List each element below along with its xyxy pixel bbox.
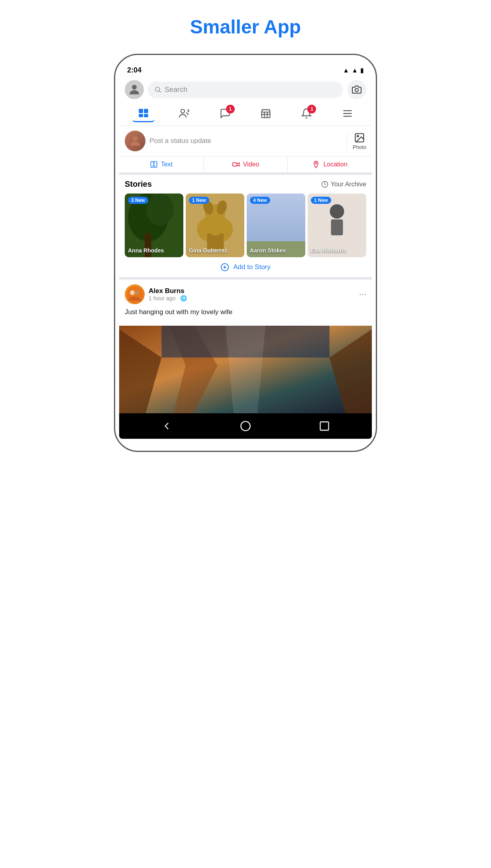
story-card-anna[interactable]: 3 New Anna Rhodes	[125, 194, 183, 257]
location-action[interactable]: Location	[288, 156, 372, 172]
status-icons: ▲ ▲ ▮	[343, 66, 364, 74]
home-icon	[240, 420, 251, 432]
photo-button[interactable]: Photo	[353, 132, 366, 150]
search-bar[interactable]: Search	[148, 82, 343, 98]
svg-rect-9	[262, 112, 270, 118]
back-icon	[161, 420, 172, 432]
user-post-avatar	[125, 131, 145, 151]
story-badge-gina: 1 New	[189, 197, 209, 204]
svg-point-13	[133, 136, 137, 141]
svg-point-3	[355, 88, 358, 92]
nav-marketplace[interactable]	[255, 105, 277, 122]
nav-notifications[interactable]: 1	[295, 105, 318, 122]
svg-point-8	[181, 109, 185, 113]
bottom-nav	[119, 413, 372, 439]
story-name-aaron: Aaron Stokes	[250, 247, 286, 254]
story-card-aaron[interactable]: 4 New Aaron Stokes	[247, 194, 305, 257]
nav-menu[interactable]	[336, 105, 359, 122]
top-nav: Search	[119, 78, 372, 102]
post-more-button[interactable]: ···	[359, 289, 366, 299]
camera-button[interactable]	[347, 80, 366, 99]
archive-icon	[321, 181, 328, 188]
nav-friends[interactable]	[173, 105, 195, 122]
post-privacy-icon: 🌐	[180, 295, 187, 301]
story-badge-aaron: 4 New	[250, 197, 270, 204]
text-action[interactable]: Text	[119, 156, 204, 172]
svg-point-15	[357, 135, 359, 137]
photo-icon	[354, 132, 365, 143]
post-status-area: Post a status update Photo	[119, 126, 372, 156]
add-story-button[interactable]: Add to Story	[119, 257, 372, 280]
nav-icons-bar: 1 1	[119, 102, 372, 126]
battery-icon: ▮	[360, 66, 364, 74]
stories-title: Stories	[125, 180, 152, 189]
post-status-input[interactable]: Post a status update	[149, 137, 341, 145]
location-label: Location	[323, 161, 348, 168]
feed-icon	[138, 108, 149, 119]
post-author-avatar-image	[127, 286, 143, 302]
svg-rect-37	[331, 219, 343, 235]
user-avatar-icon	[128, 134, 142, 148]
friends-icon	[179, 108, 190, 119]
add-story-icon	[220, 263, 229, 272]
stories-section: Stories Your Archive	[119, 175, 372, 257]
video-label: Video	[243, 161, 259, 168]
menu-icon	[342, 108, 353, 119]
search-placeholder: Search	[165, 86, 187, 94]
stories-grid: 3 New Anna Rhodes	[125, 194, 366, 257]
post-image-visual	[119, 326, 372, 413]
status-time: 2:04	[127, 66, 141, 74]
post-user-details: Alex Burns 1 hour ago · 🌐	[149, 287, 187, 301]
story-card-gina[interactable]: 1 New Gina Gutierrez	[186, 194, 244, 257]
add-story-label: Add to Story	[233, 263, 271, 271]
svg-rect-7	[144, 114, 148, 117]
recents-button[interactable]	[317, 419, 332, 433]
app-title: Smaller App	[190, 16, 301, 38]
text-icon	[150, 160, 158, 168]
post-actions-bar: Text Video Location	[119, 156, 372, 175]
camera-icon	[352, 85, 361, 94]
user-icon	[127, 82, 141, 97]
svg-point-36	[330, 204, 344, 219]
post-divider	[347, 132, 347, 150]
text-label: Text	[161, 161, 173, 168]
story-card-eva[interactable]: 1 New Eva Richards	[308, 194, 366, 257]
video-icon	[232, 160, 240, 168]
video-action[interactable]: Video	[204, 156, 288, 172]
post-time: 1 hour ago	[149, 295, 175, 301]
svg-point-1	[155, 87, 160, 92]
post-dot: ·	[177, 295, 179, 301]
status-bar: 2:04 ▲ ▲ ▮	[119, 63, 372, 78]
nav-feed[interactable]	[132, 105, 155, 122]
post-text: Just hanging out with my lovely wife	[125, 307, 366, 317]
phone-screen: 2:04 ▲ ▲ ▮ Search	[119, 63, 372, 439]
wifi-icon: ▲	[343, 67, 349, 74]
signal-icon: ▲	[352, 67, 358, 74]
notifications-badge: 1	[307, 105, 316, 113]
svg-rect-47	[320, 422, 329, 430]
recents-icon	[319, 420, 330, 432]
svg-point-43	[135, 290, 139, 295]
nav-messages[interactable]: 1	[214, 105, 236, 122]
marketplace-icon	[260, 108, 271, 119]
post-header: Alex Burns 1 hour ago · 🌐 ···	[125, 284, 366, 304]
post-meta: 1 hour ago · 🌐	[149, 295, 187, 301]
svg-rect-4	[139, 109, 143, 113]
back-button[interactable]	[159, 419, 174, 433]
story-badge-anna: 3 New	[128, 197, 148, 204]
your-archive-button[interactable]: Your Archive	[321, 181, 366, 188]
post-author-avatar[interactable]	[125, 284, 145, 304]
stories-header: Stories Your Archive	[125, 180, 366, 189]
svg-rect-6	[139, 114, 143, 117]
post-image	[119, 326, 372, 413]
location-icon	[312, 160, 320, 168]
home-button[interactable]	[238, 419, 253, 433]
archive-label: Your Archive	[331, 181, 366, 188]
post-author-name: Alex Burns	[149, 287, 187, 295]
story-name-anna: Anna Rhodes	[128, 247, 164, 254]
profile-avatar[interactable]	[125, 80, 144, 99]
search-icon	[154, 86, 161, 93]
messages-badge: 1	[226, 105, 235, 113]
svg-point-46	[241, 421, 250, 430]
story-name-eva: Eva Richards	[311, 247, 346, 254]
